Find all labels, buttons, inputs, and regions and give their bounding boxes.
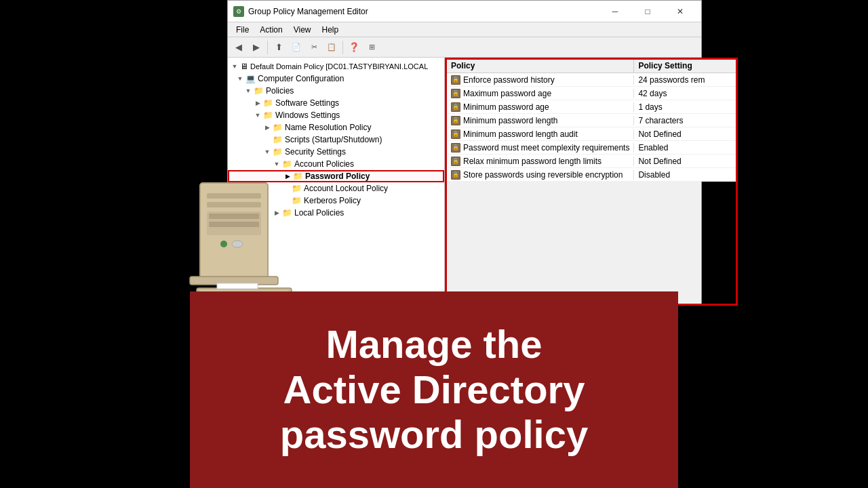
expand-nr: ▶ xyxy=(262,124,273,131)
tree-software-settings[interactable]: ▶ 📁 Software Settings xyxy=(228,97,444,109)
overlay-line3: password policy xyxy=(280,412,588,456)
policy-icon-5 xyxy=(451,143,460,152)
policy-name-3: Minimum password length xyxy=(447,116,634,125)
toolbar: ◀ ▶ ⬆ 📄 ✂ 📋 ❓ ⊞ xyxy=(228,37,701,58)
policy-name-6: Relax minimum password length limits xyxy=(447,157,634,166)
overlay-line1: Manage the xyxy=(326,322,542,366)
policy-icon-1 xyxy=(451,89,460,98)
tree-security-settings[interactable]: ▼ 📁 Security Settings xyxy=(228,146,444,158)
col-policy-header: Policy xyxy=(447,60,634,73)
toolbar-help[interactable]: ❓ xyxy=(346,39,362,56)
ws-folder-icon: 📁 xyxy=(263,110,273,120)
tree-computer-config[interactable]: ▼ 💻 Computer Configuration xyxy=(228,73,444,85)
policy-icon-2 xyxy=(451,102,460,112)
expand-cc: ▼ xyxy=(235,75,245,82)
tree-policies[interactable]: ▼ 📁 Policies xyxy=(228,85,444,97)
svg-rect-2 xyxy=(207,202,261,207)
kp-label: Kerberos Policy xyxy=(304,196,361,205)
policy-panel: Policy Policy Setting Enforce password h… xyxy=(447,60,736,182)
policy-icon-7 xyxy=(451,170,460,180)
svg-rect-4 xyxy=(209,214,259,219)
toolbar-up[interactable]: ⬆ xyxy=(271,39,287,56)
policy-setting-0: 24 passwords rem xyxy=(634,75,736,85)
policies-label: Policies xyxy=(266,86,294,96)
sec-label: Security Settings xyxy=(285,147,346,157)
svg-point-6 xyxy=(220,241,227,247)
policy-icon-4 xyxy=(451,129,460,139)
policy-setting-5: Enabled xyxy=(634,143,736,152)
tree-windows-settings[interactable]: ▼ 📁 Windows Settings xyxy=(228,109,444,121)
overlay-line2: Active Directory xyxy=(283,367,585,411)
policy-row-6[interactable]: Relax minimum password length limits Not… xyxy=(447,155,736,168)
sec-folder-icon: 📁 xyxy=(273,147,283,157)
policy-setting-7: Disabled xyxy=(634,170,736,180)
ws-label: Windows Settings xyxy=(275,110,340,120)
sw-folder-icon: 📁 xyxy=(263,98,273,108)
policy-row-3[interactable]: Minimum password length 7 characters xyxy=(447,114,736,127)
menu-view[interactable]: View xyxy=(288,24,317,36)
left-black-bar xyxy=(0,0,190,488)
pp-label: Password Policy xyxy=(305,171,370,181)
al-label: Account Lockout Policy xyxy=(304,184,388,193)
toolbar-new[interactable]: 📄 xyxy=(288,39,304,56)
minimize-button[interactable]: ─ xyxy=(599,1,631,22)
nr-folder-icon: 📁 xyxy=(273,123,283,132)
overlay-text: Manage the Active Directory password pol… xyxy=(267,322,601,458)
policy-setting-1: 42 days xyxy=(634,89,736,98)
bottom-overlay: Manage the Active Directory password pol… xyxy=(190,291,678,488)
policy-panel-wrapper: Policy Policy Setting Enforce password h… xyxy=(445,58,738,306)
policy-name-4: Minimum password length audit xyxy=(447,129,634,139)
policy-row-5[interactable]: Password must meet complexity requiremen… xyxy=(447,141,736,155)
nr-label: Name Resolution Policy xyxy=(285,123,371,132)
toolbar-back[interactable]: ◀ xyxy=(231,39,247,56)
toolbar-cut[interactable]: ✂ xyxy=(306,39,322,56)
toolbar-copy[interactable]: 📋 xyxy=(323,39,340,56)
col-setting-header: Policy Setting xyxy=(634,60,736,73)
toolbar-sep-2 xyxy=(342,41,343,54)
title-bar-controls: ─ □ ✕ xyxy=(599,1,696,22)
policy-name-2: Minimum password age xyxy=(447,102,634,112)
tree-name-resolution[interactable]: ▶ 📁 Name Resolution Policy xyxy=(228,121,444,134)
menu-action[interactable]: Action xyxy=(254,24,288,36)
tree-root[interactable]: ▼ 🖥 Default Domain Policy [DC01.TASTYBIR… xyxy=(228,60,444,73)
policy-name-1: Maximum password age xyxy=(447,89,634,98)
policy-row-2[interactable]: Minimum password age 1 days xyxy=(447,100,736,114)
policy-row-1[interactable]: Maximum password age 42 days xyxy=(447,87,736,100)
svg-rect-1 xyxy=(207,193,261,199)
expand-ws: ▼ xyxy=(252,112,263,119)
window-title: Group Policy Management Editor xyxy=(248,7,368,16)
policy-row-7[interactable]: Store passwords using reversible encrypt… xyxy=(447,168,736,182)
root-icon: 🖥 xyxy=(240,62,248,71)
policy-icon-3 xyxy=(451,116,460,125)
policy-row-0[interactable]: Enforce password history 24 passwords re… xyxy=(447,73,736,87)
close-button[interactable]: ✕ xyxy=(665,1,696,22)
policy-icon-6 xyxy=(451,157,460,166)
main-area: ⚙ Group Policy Management Editor ─ □ ✕ F… xyxy=(190,0,678,488)
toolbar-properties[interactable]: ⊞ xyxy=(363,39,380,56)
menu-bar: File Action View Help xyxy=(228,22,701,37)
expand-sw: ▶ xyxy=(252,100,263,106)
policy-setting-4: Not Defined xyxy=(634,129,736,139)
app-icon: ⚙ xyxy=(233,6,244,17)
scripts-label: Scripts (Startup/Shutdown) xyxy=(285,135,382,144)
policy-name-7: Store passwords using reversible encrypt… xyxy=(447,170,634,180)
computer-icon: 💻 xyxy=(245,74,256,83)
toolbar-forward[interactable]: ▶ xyxy=(248,39,264,56)
policy-row-4[interactable]: Minimum password length audit Not Define… xyxy=(447,127,736,141)
svg-rect-5 xyxy=(209,222,259,227)
svg-rect-11 xyxy=(217,283,258,289)
title-bar: ⚙ Group Policy Management Editor ─ □ ✕ xyxy=(228,1,701,22)
menu-file[interactable]: File xyxy=(231,24,254,36)
scripts-folder-icon: 📁 xyxy=(273,135,283,144)
maximize-button[interactable]: □ xyxy=(632,1,663,22)
policy-setting-2: 1 days xyxy=(634,102,736,112)
expand-root: ▼ xyxy=(229,63,240,70)
svg-point-7 xyxy=(232,241,243,247)
cc-label: Computer Configuration xyxy=(258,74,344,83)
toolbar-sep-1 xyxy=(267,41,268,54)
expand-policies: ▼ xyxy=(243,87,254,94)
menu-help[interactable]: Help xyxy=(317,24,344,36)
policies-folder-icon: 📁 xyxy=(254,86,264,96)
tree-scripts[interactable]: ▶ 📁 Scripts (Startup/Shutdown) xyxy=(228,134,444,146)
policy-icon-0 xyxy=(451,75,460,85)
